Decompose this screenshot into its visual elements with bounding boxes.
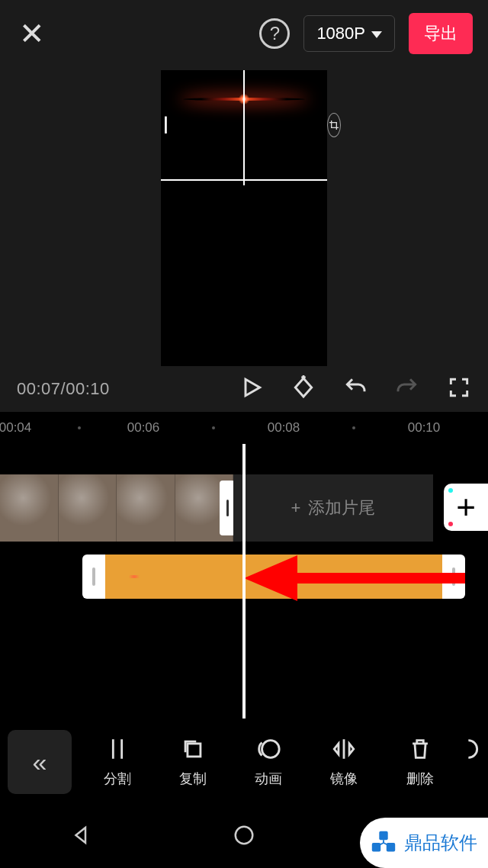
- svg-point-2: [236, 827, 253, 844]
- watermark-text: 鼎品软件: [404, 831, 477, 855]
- ruler-dot: [212, 426, 215, 429]
- watermark-icon: [369, 828, 398, 857]
- tool-label: 镜像: [330, 770, 358, 788]
- ruler-dot: [352, 426, 355, 429]
- nav-home-button[interactable]: [233, 824, 255, 850]
- add-clip-button[interactable]: +: [444, 484, 488, 531]
- undo-button[interactable]: [343, 375, 368, 403]
- play-button[interactable]: [239, 375, 264, 403]
- tool-split[interactable]: 分割: [79, 736, 155, 788]
- svg-point-1: [262, 741, 280, 758]
- fullscreen-button[interactable]: [447, 375, 471, 403]
- current-time: 00:07: [17, 379, 61, 398]
- help-icon[interactable]: ?: [259, 18, 290, 49]
- video-clip[interactable]: [0, 474, 233, 542]
- crop-icon[interactable]: [327, 113, 341, 137]
- effect-thumbnail: [127, 575, 142, 578]
- tool-delete[interactable]: 删除: [382, 736, 458, 788]
- ruler-tick: 00:10: [408, 420, 441, 436]
- resolution-label: 1080P: [316, 24, 365, 43]
- top-bar: ✕ ? 1080P 导出: [0, 0, 488, 67]
- selection-handle-left[interactable]: [159, 112, 170, 138]
- watermark-badge: 鼎品软件: [360, 818, 488, 868]
- resolution-select[interactable]: 1080P: [303, 15, 395, 52]
- plus-icon: +: [291, 498, 301, 518]
- time-display: 00:07/00:10: [17, 379, 110, 399]
- tool-label: 动画: [255, 770, 282, 788]
- effect-body[interactable]: [105, 555, 442, 599]
- effect-handle-left[interactable]: [82, 555, 105, 599]
- top-right-group: ? 1080P 导出: [259, 13, 473, 54]
- effect-clip[interactable]: [82, 555, 465, 599]
- total-time: 00:10: [66, 379, 110, 398]
- transport-controls: [239, 375, 471, 403]
- ruler-dot: [78, 426, 81, 429]
- edit-toolbar: « 分割 复制 动画 镜像 删除: [0, 719, 488, 805]
- tool-label: 分割: [104, 770, 131, 788]
- tool-more[interactable]: [458, 736, 488, 788]
- keyframe-button[interactable]: [291, 375, 316, 403]
- video-track: [0, 474, 233, 542]
- player-controls: 00:07/00:10: [0, 366, 488, 412]
- selection-handle-right[interactable]: [329, 112, 339, 138]
- ruler-tick: 00:06: [127, 420, 160, 436]
- clip-handle-right[interactable]: [220, 481, 233, 535]
- tool-animate[interactable]: 动画: [231, 736, 307, 788]
- export-button[interactable]: 导出: [409, 13, 473, 54]
- playhead[interactable]: [242, 444, 246, 719]
- svg-rect-4: [379, 831, 387, 840]
- tool-list: 分割 复制 动画 镜像 删除: [79, 736, 488, 788]
- collapse-button[interactable]: «: [8, 730, 72, 794]
- clip-thumbnail: [0, 474, 59, 542]
- clip-thumbnail: [117, 474, 175, 542]
- svg-rect-0: [188, 744, 201, 757]
- nav-back-button[interactable]: [70, 824, 93, 850]
- ruler-tick: 00:04: [0, 420, 31, 436]
- effect-handle-right[interactable]: [442, 555, 465, 599]
- clip-thumbnail: [59, 474, 117, 542]
- plus-icon: +: [456, 488, 476, 526]
- timeline[interactable]: + 添加片尾 +: [0, 444, 488, 719]
- tool-mirror[interactable]: 镜像: [307, 736, 382, 788]
- tool-copy[interactable]: 复制: [155, 736, 230, 788]
- video-preview[interactable]: [161, 70, 327, 366]
- time-ruler[interactable]: 00:04 00:06 00:08 00:10: [0, 412, 488, 444]
- preview-area: [0, 67, 488, 366]
- add-ending-label: 添加片尾: [308, 497, 375, 519]
- ruler-tick: 00:08: [268, 420, 300, 436]
- add-ending-button[interactable]: + 添加片尾: [233, 474, 433, 542]
- chevron-down-icon: [371, 31, 382, 38]
- tool-label: 复制: [179, 770, 207, 788]
- selection-box[interactable]: [161, 70, 327, 181]
- redo-button[interactable]: [395, 375, 419, 403]
- close-button[interactable]: ✕: [15, 16, 49, 51]
- tool-label: 删除: [406, 770, 434, 788]
